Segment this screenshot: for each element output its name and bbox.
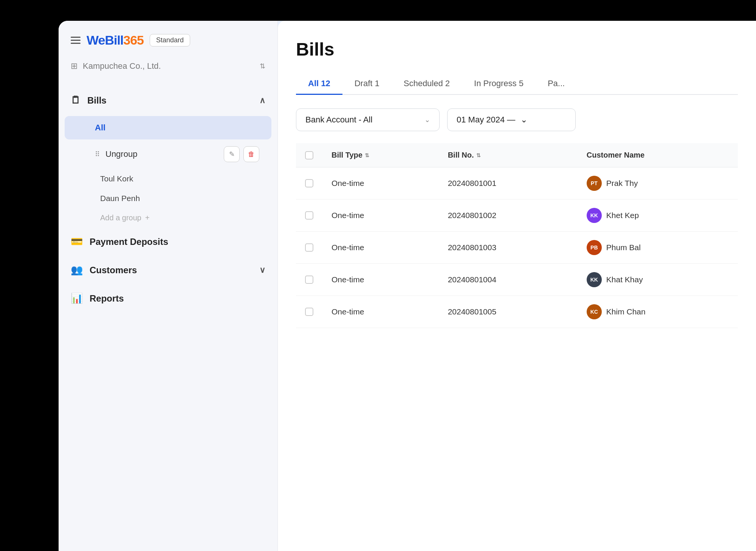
hamburger-icon[interactable] — [71, 37, 81, 44]
bills-label: Bills — [87, 95, 107, 106]
row-checkbox[interactable] — [305, 243, 313, 252]
app-logo: WeBill365 — [87, 33, 144, 48]
row-customer-name: PB Phum Bal — [578, 232, 738, 264]
sidebar-item-ungroup[interactable]: ⠿ Ungroup ✎ 🗑 — [65, 141, 271, 167]
sidebar-item-customers[interactable]: 👥 Customers ∨ — [59, 256, 277, 284]
bill-type-header-label: Bill Type — [332, 151, 363, 159]
logo-365: 365 — [123, 33, 144, 48]
payment-deposits-icon: 💳 — [71, 236, 83, 248]
row-bill-type: One-time — [322, 264, 439, 296]
drag-dots-icon: ⠿ — [95, 150, 100, 158]
company-row[interactable]: ⊞ Kampuchea Co., Ltd. ⇅ — [59, 61, 277, 86]
sidebar-item-bills[interactable]: 🗒 Bills ∧ — [59, 86, 277, 115]
bill-type-sort[interactable]: Bill Type ⇅ — [332, 151, 369, 159]
row-bill-no: 20240801005 — [439, 296, 578, 328]
table-row[interactable]: One-time 20240801004 KK Khat Khay — [296, 264, 738, 296]
bill-type-sort-icon: ⇅ — [365, 152, 369, 158]
header-bill-type[interactable]: Bill Type ⇅ — [322, 143, 439, 167]
bank-account-label: Bank Account - All — [305, 115, 372, 125]
row-bill-no: 20240801003 — [439, 232, 578, 264]
row-customer-name: KK Khet Kep — [578, 200, 738, 232]
company-chevron-icon: ⇅ — [260, 62, 265, 70]
sidebar-item-all[interactable]: All — [65, 116, 271, 139]
row-bill-type: One-time — [322, 232, 439, 264]
row-checkbox[interactable] — [305, 179, 313, 187]
sidebar-item-daun-penh[interactable]: Daun Penh — [59, 189, 277, 208]
customer-name-text: Khat Khay — [606, 275, 643, 284]
table-row[interactable]: One-time 20240801005 KC Khim Chan — [296, 296, 738, 328]
add-group-label: Add a group — [100, 214, 141, 222]
bills-icon: 🗒 — [71, 94, 81, 106]
bank-account-filter[interactable]: Bank Account - All ⌄ — [296, 108, 440, 131]
row-bill-no: 20240801001 — [439, 167, 578, 200]
tab-in-progress[interactable]: In Progress 5 — [462, 73, 536, 95]
bills-submenu: All ⠿ Ungroup ✎ 🗑 Toul Kork Daun Penh Ad… — [59, 116, 277, 228]
row-bill-type: One-time — [322, 296, 439, 328]
select-all-checkbox[interactable] — [305, 151, 313, 159]
bill-no-header-label: Bill No. — [448, 151, 474, 159]
filters-row: Bank Account - All ⌄ 01 May 2024 — ⌄ — [296, 108, 738, 131]
row-checkbox-cell — [296, 232, 322, 264]
customer-name-text: Khet Kep — [606, 211, 639, 220]
header-bill-no[interactable]: Bill No. ⇅ — [439, 143, 578, 167]
date-label: 01 May 2024 — — [457, 115, 515, 125]
date-chevron-icon: ⌄ — [521, 115, 527, 125]
logo-webill: WeBill — [87, 33, 123, 48]
row-checkbox-cell — [296, 296, 322, 328]
all-label: All — [95, 123, 105, 133]
customer-name-text: Prak Thy — [606, 179, 638, 188]
bills-table-wrapper: Bill Type ⇅ Bill No. ⇅ Customer Name — [296, 143, 738, 551]
sidebar: WeBill365 Standard ⊞ Kampuchea Co., Ltd.… — [59, 21, 278, 551]
tab-paid[interactable]: Pa... — [536, 73, 577, 95]
row-customer-name: PT Prak Thy — [578, 167, 738, 200]
ungroup-actions: ✎ 🗑 — [224, 146, 259, 162]
company-name: Kampuchea Co., Ltd. — [83, 61, 254, 71]
row-checkbox-cell — [296, 167, 322, 200]
sidebar-item-toul-kork[interactable]: Toul Kork — [59, 169, 277, 189]
avatar: KC — [587, 304, 602, 319]
customers-icon: 👥 — [71, 264, 83, 276]
customers-chevron-icon: ∨ — [259, 265, 265, 275]
tab-draft[interactable]: Draft 1 — [342, 73, 392, 95]
bills-table: Bill Type ⇅ Bill No. ⇅ Customer Name — [296, 143, 738, 328]
row-bill-type: One-time — [322, 200, 439, 232]
row-checkbox[interactable] — [305, 276, 313, 284]
avatar: KK — [587, 208, 602, 223]
row-customer-name: KK Khat Khay — [578, 264, 738, 296]
bills-chevron-icon: ∧ — [259, 96, 265, 105]
tab-all[interactable]: All 12 — [296, 73, 342, 95]
add-group-row[interactable]: Add a group + — [59, 208, 277, 228]
row-bill-no: 20240801004 — [439, 264, 578, 296]
table-row[interactable]: One-time 20240801001 PT Prak Thy — [296, 167, 738, 200]
avatar: PT — [587, 176, 602, 191]
header-checkbox-col — [296, 143, 322, 167]
sidebar-item-payment-deposits[interactable]: 💳 Payment Deposits — [59, 228, 277, 256]
reports-label: Reports — [90, 293, 124, 304]
ungroup-label: Ungroup — [105, 149, 218, 159]
sidebar-item-reports[interactable]: 📊 Reports — [59, 284, 277, 313]
row-checkbox[interactable] — [305, 211, 313, 220]
table-row[interactable]: One-time 20240801002 KK Khet Kep — [296, 200, 738, 232]
sidebar-header: WeBill365 Standard — [59, 33, 277, 61]
row-checkbox[interactable] — [305, 308, 313, 316]
edit-ungroup-button[interactable]: ✎ — [224, 146, 240, 162]
row-checkbox-cell — [296, 200, 322, 232]
row-bill-type: One-time — [322, 167, 439, 200]
header-customer-name: Customer Name — [578, 143, 738, 167]
bank-account-chevron-icon: ⌄ — [424, 116, 430, 124]
row-checkbox-cell — [296, 264, 322, 296]
add-group-icon: + — [145, 214, 150, 222]
payment-deposits-label: Payment Deposits — [90, 237, 168, 247]
customer-name-text: Phum Bal — [606, 243, 641, 252]
bill-no-sort[interactable]: Bill No. ⇅ — [448, 151, 481, 159]
delete-ungroup-button[interactable]: 🗑 — [243, 146, 259, 162]
company-icon: ⊞ — [71, 61, 77, 71]
table-row[interactable]: One-time 20240801003 PB Phum Bal — [296, 232, 738, 264]
date-filter[interactable]: 01 May 2024 — ⌄ — [447, 108, 576, 131]
avatar: PB — [587, 240, 602, 255]
tab-scheduled[interactable]: Scheduled 2 — [392, 73, 462, 95]
avatar: KK — [587, 272, 602, 287]
row-customer-name: KC Khim Chan — [578, 296, 738, 328]
table-header-row: Bill Type ⇅ Bill No. ⇅ Customer Name — [296, 143, 738, 167]
customers-label: Customers — [90, 265, 137, 276]
